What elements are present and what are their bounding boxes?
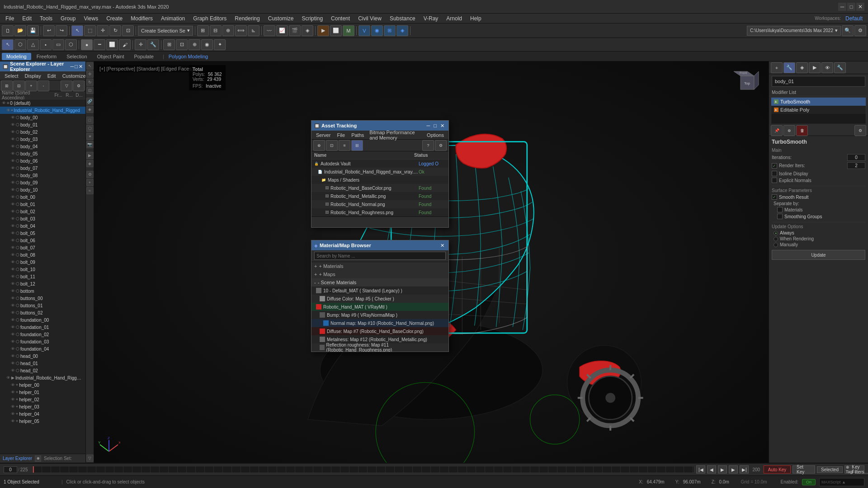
- layer-item-body_07[interactable]: 👁⬡body_07: [0, 164, 85, 172]
- mb-item-diffuse-checker[interactable]: Diffuse Color: Map #5 ( Checker ): [311, 295, 448, 303]
- tb-mirror[interactable]: ⟺: [235, 25, 247, 36]
- modifier-turbosmooth[interactable]: ▲ TurboSmooth: [771, 98, 866, 106]
- next-frame-btn[interactable]: ▶: [729, 465, 738, 474]
- layer-item-bottom[interactable]: 👁⬡bottom: [0, 287, 85, 295]
- rp-motion-btn[interactable]: ▶: [809, 62, 821, 73]
- mb-item-diffuse-base[interactable]: Diffuse: Map #7 (Robotic_Hand_BaseColor.…: [311, 327, 448, 335]
- auto-key-btn[interactable]: Auto Key: [764, 465, 791, 474]
- menu-help[interactable]: Help: [467, 14, 485, 23]
- at-restore[interactable]: □: [432, 123, 438, 129]
- prev-frame-btn[interactable]: ◀: [707, 465, 716, 474]
- menu-customize[interactable]: Customize: [264, 14, 297, 23]
- at-help[interactable]: ?: [422, 140, 434, 151]
- menu-content[interactable]: Content: [327, 14, 354, 23]
- ts-iter-input[interactable]: [847, 154, 865, 161]
- select-region-btn[interactable]: ⬚: [84, 25, 96, 36]
- layer-item-bolt_08[interactable]: 👁⬡bolt_08: [0, 251, 85, 258]
- mb-close[interactable]: ✕: [439, 243, 446, 249]
- layer-item-buttons_02[interactable]: 👁⬡buttons_02: [0, 309, 85, 316]
- close-btn[interactable]: ✕: [856, 3, 864, 11]
- layer-item-buttons_01[interactable]: 👁⬡buttons_01: [0, 302, 85, 309]
- ls-hierarchy-btn[interactable]: ◈: [86, 106, 94, 113]
- layer-item-buttons_00[interactable]: 👁⬡buttons_00: [0, 295, 85, 302]
- mb-section-scene[interactable]: - - Scene Materials: [311, 278, 448, 286]
- rp-display-btn[interactable]: 👁: [821, 62, 833, 73]
- mode-freeform[interactable]: Freeform: [32, 53, 61, 60]
- at-list-item-6[interactable]: 🖼Robotic_Hand_Roughness.pngFound: [311, 208, 448, 216]
- at-menu-bitmap[interactable]: Bitmap Performance and Memory: [368, 129, 423, 141]
- mb-section-materials[interactable]: + + Materials: [311, 262, 448, 270]
- layer-item-helper_04[interactable]: 👁+helper_04: [0, 410, 85, 418]
- le-menu-customize[interactable]: Customize: [60, 73, 89, 79]
- snap3[interactable]: ⊕: [189, 39, 200, 50]
- le-expand-all[interactable]: ⊞: [1, 80, 13, 91]
- layer-item-foundation_01[interactable]: 👁⬡foundation_01: [0, 324, 85, 331]
- sec-tool[interactable]: 🔧: [147, 39, 159, 50]
- ls-space-warp-btn[interactable]: ≈: [86, 187, 94, 194]
- menu-file[interactable]: File: [2, 14, 18, 23]
- le-menu-edit[interactable]: Edit: [45, 73, 59, 79]
- open-btn[interactable]: 📂: [14, 25, 26, 36]
- le-minimize-btn[interactable]: ─: [71, 64, 74, 70]
- rp-modify-btn[interactable]: 🔧: [783, 62, 795, 73]
- ls-helper-btn[interactable]: +: [86, 179, 94, 186]
- viewport-nav-cube[interactable]: Top Front: [731, 67, 763, 99]
- workspace-default[interactable]: Default: [842, 14, 866, 23]
- layer-item-foundation_03[interactable]: 👁⬡foundation_03: [0, 338, 85, 345]
- at-menu-options[interactable]: Options: [424, 132, 447, 138]
- timeline-track[interactable]: [33, 466, 694, 473]
- sec-move[interactable]: ✛: [135, 39, 146, 50]
- layer-item-body_10[interactable]: 👁⬡body_10: [0, 186, 85, 193]
- at-menu-file[interactable]: File: [334, 132, 348, 138]
- snap1[interactable]: ⊞: [163, 39, 175, 50]
- menu-scripting[interactable]: Scripting: [298, 14, 326, 23]
- sec-paint[interactable]: 🖌: [119, 39, 131, 50]
- layer-item-helper_03[interactable]: 👁+helper_03: [0, 403, 85, 410]
- sec-border[interactable]: ▭: [52, 39, 64, 50]
- mb-item-default[interactable]: 10 - Default_MAT ( Standard (Legacy) ): [311, 286, 448, 295]
- menu-graph-editors[interactable]: Graph Editors: [189, 14, 230, 23]
- sec-poly[interactable]: ⬡: [14, 39, 26, 50]
- snap4[interactable]: ◉: [201, 39, 213, 50]
- snap2[interactable]: ⊡: [176, 39, 188, 50]
- at-tb2[interactable]: ⊡: [326, 140, 338, 151]
- ls-camera-btn[interactable]: 📷: [86, 141, 94, 148]
- layer-item-body_00[interactable]: 👁⬡body_00: [0, 114, 85, 121]
- new-btn[interactable]: 🗋: [2, 25, 14, 36]
- layer-item-body_08[interactable]: 👁⬡body_08: [0, 172, 85, 179]
- at-list-item-2[interactable]: 📁Maps / Shaders: [311, 176, 448, 184]
- menu-modifiers[interactable]: Modifiers: [127, 14, 156, 23]
- menu-tools[interactable]: Tools: [36, 14, 56, 23]
- ms-pin-btn[interactable]: 📌: [771, 125, 783, 136]
- at-list-item-1[interactable]: 📄Industrial_Robotic_Hand_Rigged_max_vray…: [311, 168, 448, 176]
- at-minimize[interactable]: ─: [425, 123, 432, 129]
- tb-align[interactable]: ⊾: [248, 25, 259, 36]
- ls-light-btn[interactable]: ☀: [86, 133, 94, 140]
- mode-selection[interactable]: Selection: [62, 53, 91, 60]
- le-menu-select[interactable]: Select: [2, 73, 21, 79]
- sec-vert[interactable]: •: [40, 39, 52, 50]
- enabled-toggle[interactable]: On: [802, 479, 816, 485]
- le-close-btn[interactable]: ✕: [79, 64, 83, 70]
- mb-search-input[interactable]: [314, 252, 446, 260]
- play-btn[interactable]: ▶: [718, 465, 727, 474]
- ms-configure-btn[interactable]: ⚙: [854, 125, 866, 136]
- layer-item-foundation_00[interactable]: 👁⬡foundation_00: [0, 316, 85, 324]
- mb-section-maps[interactable]: + + Maps: [311, 270, 448, 278]
- restore-btn[interactable]: □: [847, 3, 855, 11]
- layer-item-robot_hand[interactable]: 👁•Industrial_Robotic_Hand_Rigged: [0, 107, 85, 114]
- le-settings[interactable]: ⚙: [73, 80, 85, 91]
- ts-sg-cb[interactable]: [777, 214, 783, 219]
- rp-create-btn[interactable]: +: [771, 62, 783, 73]
- current-frame-input[interactable]: [4, 466, 17, 473]
- modifier-editable-poly[interactable]: ▲ Editable Poly: [771, 106, 866, 114]
- ts-smooth-cb[interactable]: ✓: [772, 194, 777, 200]
- at-list-item-0[interactable]: 🔒Autodesk VaultLogged O: [311, 160, 448, 168]
- menu-rendering[interactable]: Rendering: [231, 14, 263, 23]
- mb-item-roughness[interactable]: Reflection roughness: Map #11 (Robotic_H…: [311, 343, 448, 352]
- move-btn[interactable]: ✛: [97, 25, 108, 36]
- layer-item-bolt_00[interactable]: 👁⬡bolt_00: [0, 193, 85, 201]
- layer-item-helper_01[interactable]: 👁+helper_01: [0, 389, 85, 396]
- mode-modeling[interactable]: Modeling: [2, 53, 31, 60]
- at-tb3[interactable]: ≡: [339, 140, 350, 151]
